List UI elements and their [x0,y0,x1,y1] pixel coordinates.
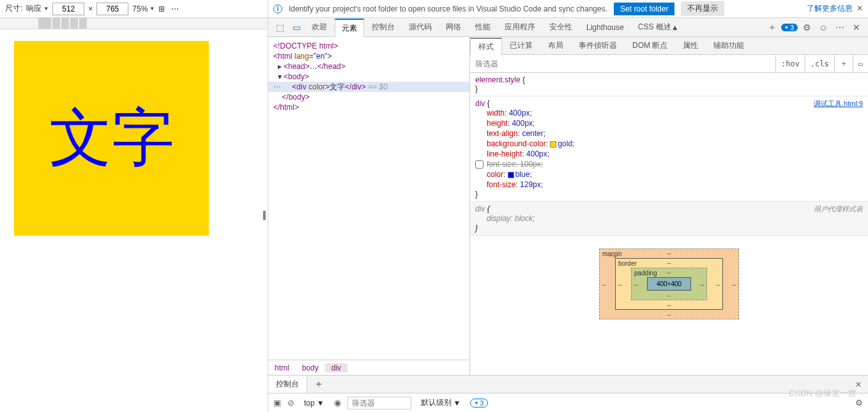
box-model: margin –––– border –––– padding –––– 400… [470,236,868,332]
more-icon[interactable]: ⋯ [832,22,848,33]
computed-toggle-icon[interactable]: ▭ [853,55,868,72]
width-input[interactable] [52,3,84,15]
rotate-icon[interactable]: ⊞ [158,4,165,13]
styles-filter-input[interactable] [470,55,775,72]
new-rule-icon[interactable]: ＋ [834,55,853,72]
rendered-div: 文字 [14,41,209,236]
zoom-dropdown[interactable]: 75%▼ [132,4,155,13]
tab-performance[interactable]: 性能 [469,18,497,36]
tab-console[interactable]: 控制台 [365,18,401,36]
console-settings-icon[interactable]: ⚙ [855,398,863,408]
selected-node[interactable]: ⋯ <div color>文字</div> == $0 [268,82,469,92]
live-expr-icon[interactable]: ◉ [334,398,341,408]
tab-css-overview[interactable]: CSS 概述 ▲ [632,18,685,36]
device-more-icon[interactable]: ⋯ [169,4,183,13]
tab-welcome[interactable]: 欢迎 [305,18,333,36]
drawer-tab-console[interactable]: 控制台 [268,376,307,393]
ruler [0,18,268,29]
subtab-a11y[interactable]: 辅助功能 [706,37,752,54]
learn-more-link[interactable]: 了解更多信息✕ [807,3,863,14]
tab-security[interactable]: 安全性 [543,18,579,36]
dismiss-button[interactable]: 不再显示 [681,1,724,16]
drawer-close-icon[interactable]: ✕ [849,380,868,389]
devtools-tabbar: ⬚ ▭ 欢迎 元素 控制台 源代码 网络 性能 应用程序 安全性 Lightho… [268,18,868,37]
inspect-icon[interactable]: ⬚ [272,22,287,33]
add-tab-icon[interactable]: ＋ [765,22,780,33]
tab-elements[interactable]: 元素 [335,19,364,37]
subtab-props[interactable]: 属性 [675,37,706,54]
close-devtools-icon[interactable]: ✕ [849,22,864,33]
preview-pane: 文字 ▌ [0,18,268,412]
device-icon[interactable]: ▭ [289,22,304,33]
console-sidebar-icon[interactable]: ▣ [273,398,281,408]
close-icon[interactable]: ✕ [857,4,863,13]
subtab-styles[interactable]: 样式 [470,38,502,55]
root-folder-notification: i Identify your project's root folder to… [268,0,868,17]
cls-toggle[interactable]: .cls [805,55,834,72]
crumb-body[interactable]: body [296,363,325,372]
height-input[interactable] [96,3,128,15]
level-dropdown[interactable]: 默认级别 ▼ [418,396,464,409]
rendered-text: 文字 [49,96,174,181]
console-issues-chip[interactable]: 3 [470,399,488,408]
clear-console-icon[interactable]: ⊘ [287,398,294,408]
size-label: 尺寸: [5,3,22,14]
dom-tree[interactable]: <!DOCTYPE html> <html lang="en"> ▸ <head… [268,37,469,360]
info-icon: i [273,4,282,13]
device-toolbar: 尺寸: 响应▼ × 75%▼ ⊞ ⋯ [0,0,268,17]
subtab-layout[interactable]: 布局 [540,37,571,54]
context-dropdown[interactable]: top ▼ [301,397,328,409]
drawer-add-icon[interactable]: ＋ [307,378,330,391]
hov-toggle[interactable]: :hov [775,55,805,72]
prop-toggle[interactable] [475,160,483,169]
subtab-computed[interactable]: 已计算 [502,37,540,54]
console-filter-input[interactable] [347,397,411,409]
tab-application[interactable]: 应用程序 [498,18,542,36]
styles-body: element.style { } 调试工具.html:9 div { widt… [470,73,868,375]
crumb-html[interactable]: html [268,363,296,372]
notif-message: Identify your project's root folder to o… [289,4,607,13]
tab-sources[interactable]: 源代码 [402,18,438,36]
crumb-div[interactable]: div [325,363,347,372]
subtab-listeners[interactable]: 事件侦听器 [571,37,625,54]
pane-resizer[interactable]: ▌ [263,202,268,228]
styles-subtabs: 样式 已计算 布局 事件侦听器 DOM 断点 属性 辅助功能 [470,37,868,55]
tab-network[interactable]: 网络 [439,18,468,36]
subtab-dombp[interactable]: DOM 断点 [625,37,675,54]
tab-lighthouse[interactable]: Lighthouse [580,18,630,36]
feedback-icon[interactable]: ☺ [816,22,831,33]
breadcrumb: html body div [268,360,469,375]
settings-icon[interactable]: ⚙ [799,22,814,33]
set-root-button[interactable]: Set root folder [614,3,674,15]
console-drawer: 控制台 ＋ ✕ ▣ ⊘ top ▼ ◉ 默认级别 ▼ 3 ⚙ [268,375,868,412]
issues-chip[interactable]: 3 [781,24,798,31]
source-link[interactable]: 调试工具.html:9 [814,99,863,109]
responsive-dropdown[interactable]: 响应▼ [26,3,49,14]
dim-x: × [88,4,93,13]
